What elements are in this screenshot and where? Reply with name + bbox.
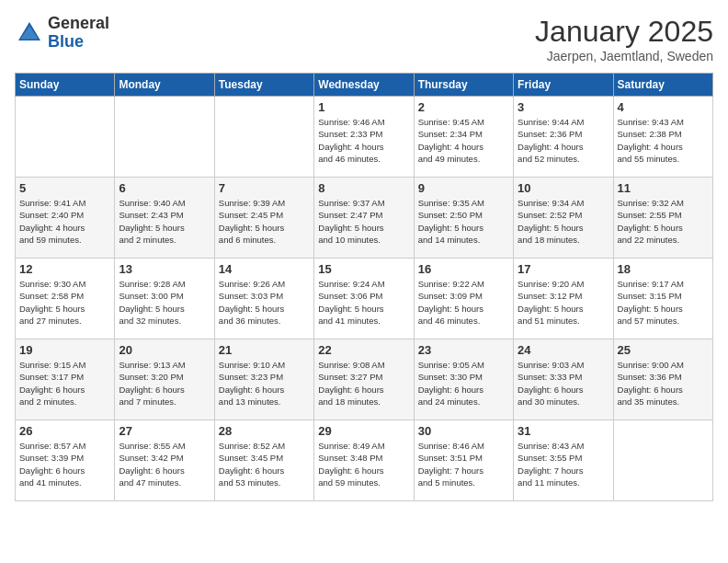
day-info: Sunrise: 8:55 AM Sunset: 3:42 PM Dayligh… <box>119 440 210 488</box>
calendar-day-cell: 9Sunrise: 9:35 AM Sunset: 2:50 PM Daylig… <box>414 178 513 259</box>
day-info: Sunrise: 9:37 AM Sunset: 2:47 PM Dayligh… <box>318 197 409 246</box>
day-info: Sunrise: 9:46 AM Sunset: 2:33 PM Dayligh… <box>318 116 409 165</box>
calendar-day-cell: 29Sunrise: 8:49 AM Sunset: 3:48 PM Dayli… <box>314 420 414 501</box>
day-number: 17 <box>518 262 609 276</box>
day-info: Sunrise: 9:05 AM Sunset: 3:30 PM Dayligh… <box>418 359 509 408</box>
day-number: 16 <box>418 262 509 276</box>
day-number: 4 <box>618 100 709 114</box>
day-info: Sunrise: 9:30 AM Sunset: 2:58 PM Dayligh… <box>19 278 110 327</box>
day-number: 1 <box>318 100 409 114</box>
calendar-day-cell: 2Sunrise: 9:45 AM Sunset: 2:34 PM Daylig… <box>414 97 513 178</box>
calendar-day-cell: 20Sunrise: 9:13 AM Sunset: 3:20 PM Dayli… <box>115 339 214 420</box>
day-number: 8 <box>318 181 409 195</box>
day-info: Sunrise: 8:43 AM Sunset: 3:55 PM Dayligh… <box>518 440 609 488</box>
calendar-day-cell: 28Sunrise: 8:52 AM Sunset: 3:45 PM Dayli… <box>214 420 313 501</box>
title-area: January 2025 Jaerpen, Jaemtland, Sweden <box>535 15 713 63</box>
calendar-day-cell: 4Sunrise: 9:43 AM Sunset: 2:38 PM Daylig… <box>613 97 712 178</box>
day-number: 30 <box>418 424 509 438</box>
day-of-week-header: Monday <box>115 74 214 97</box>
calendar-day-cell: 19Sunrise: 9:15 AM Sunset: 3:17 PM Dayli… <box>16 339 115 420</box>
calendar-day-cell: 5Sunrise: 9:41 AM Sunset: 2:40 PM Daylig… <box>16 178 115 259</box>
day-info: Sunrise: 9:15 AM Sunset: 3:17 PM Dayligh… <box>19 359 110 408</box>
day-info: Sunrise: 9:43 AM Sunset: 2:38 PM Dayligh… <box>618 116 709 165</box>
day-info: Sunrise: 8:57 AM Sunset: 3:39 PM Dayligh… <box>19 440 110 488</box>
day-number: 18 <box>618 262 709 276</box>
calendar-day-cell <box>214 97 313 178</box>
page-header: General Blue January 2025 Jaerpen, Jaemt… <box>15 15 713 63</box>
day-number: 2 <box>418 100 509 114</box>
calendar-day-cell: 23Sunrise: 9:05 AM Sunset: 3:30 PM Dayli… <box>414 339 513 420</box>
calendar-day-cell: 22Sunrise: 9:08 AM Sunset: 3:27 PM Dayli… <box>314 339 414 420</box>
day-number: 29 <box>318 424 409 438</box>
day-of-week-header: Friday <box>514 74 613 97</box>
calendar-day-cell: 31Sunrise: 8:43 AM Sunset: 3:55 PM Dayli… <box>514 420 613 501</box>
calendar-day-cell: 15Sunrise: 9:24 AM Sunset: 3:06 PM Dayli… <box>314 259 414 339</box>
calendar-header-row: SundayMondayTuesdayWednesdayThursdayFrid… <box>16 74 713 97</box>
calendar-table: SundayMondayTuesdayWednesdayThursdayFrid… <box>15 73 713 501</box>
logo-icon <box>15 18 44 48</box>
day-of-week-header: Thursday <box>414 74 513 97</box>
calendar-day-cell: 24Sunrise: 9:03 AM Sunset: 3:33 PM Dayli… <box>514 339 613 420</box>
day-number: 9 <box>418 181 509 195</box>
calendar-day-cell: 10Sunrise: 9:34 AM Sunset: 2:52 PM Dayli… <box>514 178 613 259</box>
location-subtitle: Jaerpen, Jaemtland, Sweden <box>535 49 713 63</box>
day-info: Sunrise: 9:08 AM Sunset: 3:27 PM Dayligh… <box>318 359 409 408</box>
calendar-week-row: 26Sunrise: 8:57 AM Sunset: 3:39 PM Dayli… <box>16 420 713 501</box>
calendar-day-cell: 13Sunrise: 9:28 AM Sunset: 3:00 PM Dayli… <box>115 259 214 339</box>
day-of-week-header: Wednesday <box>314 74 414 97</box>
day-number: 3 <box>518 100 609 114</box>
calendar-day-cell: 25Sunrise: 9:00 AM Sunset: 3:36 PM Dayli… <box>613 339 712 420</box>
day-number: 26 <box>19 424 110 438</box>
calendar-day-cell: 17Sunrise: 9:20 AM Sunset: 3:12 PM Dayli… <box>514 259 613 339</box>
calendar-week-row: 5Sunrise: 9:41 AM Sunset: 2:40 PM Daylig… <box>16 178 713 259</box>
day-info: Sunrise: 9:35 AM Sunset: 2:50 PM Dayligh… <box>418 197 509 246</box>
day-number: 10 <box>518 181 609 195</box>
day-number: 5 <box>19 181 110 195</box>
day-info: Sunrise: 9:22 AM Sunset: 3:09 PM Dayligh… <box>418 278 509 327</box>
day-number: 7 <box>219 181 310 195</box>
day-info: Sunrise: 9:20 AM Sunset: 3:12 PM Dayligh… <box>518 278 609 327</box>
calendar-day-cell <box>16 97 115 178</box>
day-info: Sunrise: 9:10 AM Sunset: 3:23 PM Dayligh… <box>219 359 310 408</box>
calendar-body: 1Sunrise: 9:46 AM Sunset: 2:33 PM Daylig… <box>16 97 713 501</box>
day-info: Sunrise: 9:28 AM Sunset: 3:00 PM Dayligh… <box>119 278 210 327</box>
month-title: January 2025 <box>535 15 713 49</box>
day-number: 6 <box>119 181 210 195</box>
calendar-day-cell: 7Sunrise: 9:39 AM Sunset: 2:45 PM Daylig… <box>214 178 313 259</box>
calendar-day-cell: 6Sunrise: 9:40 AM Sunset: 2:43 PM Daylig… <box>115 178 214 259</box>
calendar-day-cell: 18Sunrise: 9:17 AM Sunset: 3:15 PM Dayli… <box>613 259 712 339</box>
calendar-day-cell: 26Sunrise: 8:57 AM Sunset: 3:39 PM Dayli… <box>16 420 115 501</box>
logo-text: General Blue <box>48 15 109 52</box>
day-info: Sunrise: 9:34 AM Sunset: 2:52 PM Dayligh… <box>518 197 609 246</box>
day-number: 14 <box>219 262 310 276</box>
day-info: Sunrise: 9:13 AM Sunset: 3:20 PM Dayligh… <box>119 359 210 408</box>
day-number: 21 <box>219 343 310 357</box>
calendar-week-row: 19Sunrise: 9:15 AM Sunset: 3:17 PM Dayli… <box>16 339 713 420</box>
day-info: Sunrise: 9:32 AM Sunset: 2:55 PM Dayligh… <box>618 197 709 246</box>
day-of-week-header: Sunday <box>16 74 115 97</box>
day-info: Sunrise: 9:41 AM Sunset: 2:40 PM Dayligh… <box>19 197 110 246</box>
day-info: Sunrise: 9:40 AM Sunset: 2:43 PM Dayligh… <box>119 197 210 246</box>
calendar-day-cell: 3Sunrise: 9:44 AM Sunset: 2:36 PM Daylig… <box>514 97 613 178</box>
calendar-week-row: 12Sunrise: 9:30 AM Sunset: 2:58 PM Dayli… <box>16 259 713 339</box>
calendar-day-cell: 14Sunrise: 9:26 AM Sunset: 3:03 PM Dayli… <box>214 259 313 339</box>
day-number: 28 <box>219 424 310 438</box>
calendar-day-cell: 11Sunrise: 9:32 AM Sunset: 2:55 PM Dayli… <box>613 178 712 259</box>
day-number: 13 <box>119 262 210 276</box>
calendar-week-row: 1Sunrise: 9:46 AM Sunset: 2:33 PM Daylig… <box>16 97 713 178</box>
day-number: 23 <box>418 343 509 357</box>
day-info: Sunrise: 9:44 AM Sunset: 2:36 PM Dayligh… <box>518 116 609 165</box>
day-number: 12 <box>19 262 110 276</box>
calendar-day-cell: 8Sunrise: 9:37 AM Sunset: 2:47 PM Daylig… <box>314 178 414 259</box>
day-number: 20 <box>119 343 210 357</box>
day-info: Sunrise: 8:52 AM Sunset: 3:45 PM Dayligh… <box>219 440 310 488</box>
day-info: Sunrise: 9:24 AM Sunset: 3:06 PM Dayligh… <box>318 278 409 327</box>
day-info: Sunrise: 9:00 AM Sunset: 3:36 PM Dayligh… <box>618 359 709 408</box>
calendar-day-cell: 30Sunrise: 8:46 AM Sunset: 3:51 PM Dayli… <box>414 420 513 501</box>
day-of-week-header: Tuesday <box>214 74 313 97</box>
calendar-day-cell: 21Sunrise: 9:10 AM Sunset: 3:23 PM Dayli… <box>214 339 313 420</box>
day-number: 31 <box>518 424 609 438</box>
day-number: 19 <box>19 343 110 357</box>
day-number: 27 <box>119 424 210 438</box>
day-info: Sunrise: 9:03 AM Sunset: 3:33 PM Dayligh… <box>518 359 609 408</box>
